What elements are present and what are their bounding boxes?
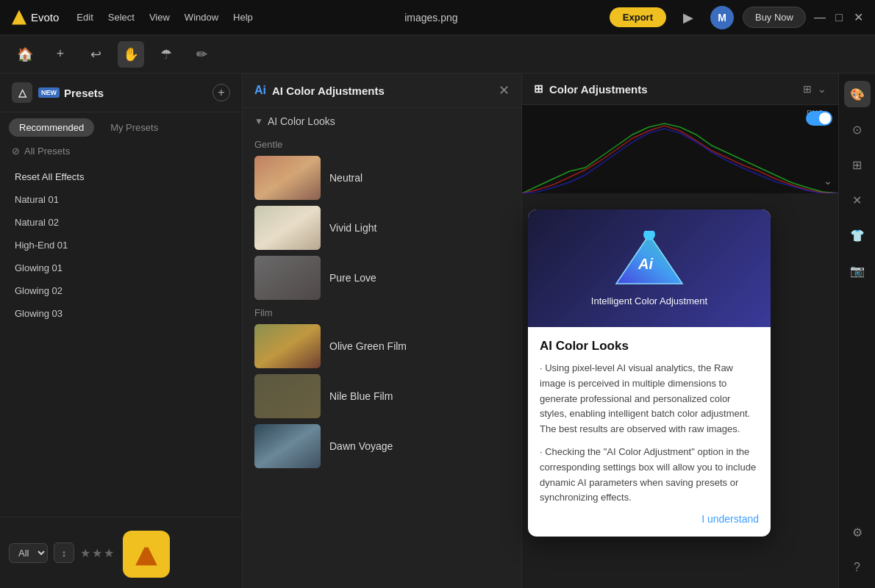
svg-point-2 <box>143 540 150 548</box>
preset-neutral[interactable]: Neutral <box>243 153 521 203</box>
export-button[interactable]: Export <box>610 7 666 27</box>
preset-thumb-purelove <box>254 256 321 300</box>
preset-item-glowing03[interactable]: Glowing 03 <box>0 302 242 325</box>
help-icon[interactable]: ? <box>844 554 871 581</box>
preset-vivid-light[interactable]: Vivid Light <box>243 203 521 253</box>
star-3[interactable]: ★ <box>104 546 114 560</box>
tooltip-body: AI Color Looks · Using pixel-level AI vi… <box>528 327 771 537</box>
star-2[interactable]: ★ <box>92 546 102 560</box>
ai-color-panel: Ai AI Color Adjustments ✕ ▼ AI Color Loo… <box>243 74 522 588</box>
share-icon[interactable]: ▶ <box>675 4 701 31</box>
sort-button[interactable]: ↕ <box>54 542 74 563</box>
section-ai-color-looks[interactable]: ▼ AI Color Looks <box>243 108 521 135</box>
filter-select[interactable]: All <box>9 543 48 563</box>
maximize-button[interactable]: □ <box>834 12 844 23</box>
close-middle-button[interactable]: ✕ <box>499 82 510 98</box>
right-panel-title: Color Adjustments <box>549 83 648 96</box>
avatar[interactable]: M <box>710 6 734 29</box>
svg-rect-7 <box>254 324 321 368</box>
add-preset-button[interactable]: + <box>213 84 230 101</box>
filter-icon: ⊘ <box>12 146 20 157</box>
preset-item-glowing01[interactable]: Glowing 01 <box>0 257 242 279</box>
thumb-svg-nileblue <box>254 374 321 418</box>
grid-icon[interactable]: ⊞ <box>844 151 871 178</box>
camera-icon[interactable]: 📷 <box>844 257 871 284</box>
preset-list: Reset All Effects Natural 01 Natural 02 … <box>0 162 242 517</box>
preset-pure-love[interactable]: Pure Love <box>243 253 521 303</box>
histogram-svg: PNG <box>522 105 838 193</box>
add-icon[interactable]: + <box>47 41 74 68</box>
right-header-title-group: ⊞ Color Adjustments <box>534 82 648 96</box>
middle-header-title-group: Ai AI Color Adjustments <box>254 84 385 97</box>
preset-thumb-nileblue <box>254 374 321 418</box>
star-1[interactable]: ★ <box>80 546 90 560</box>
tab-my-presets[interactable]: My Presets <box>100 118 168 137</box>
new-badge: NEW <box>38 87 60 98</box>
tooltip-image: Ai Intelligent Color Adjustment <box>528 209 771 327</box>
chevron-down-icon: ▼ <box>254 116 263 126</box>
main-layout: △ NEW Presets + Recommended My Presets ⊘… <box>0 74 875 588</box>
dropper-icon[interactable]: ☂ <box>153 41 179 68</box>
menu-edit[interactable]: Edit <box>76 12 93 23</box>
preset-item-natural01[interactable]: Natural 01 <box>0 188 242 211</box>
hand-icon[interactable]: ✋ <box>118 41 144 68</box>
category-film: Film <box>243 303 521 321</box>
presets-tabs: Recommended My Presets <box>0 112 242 143</box>
preset-name-dawn-voyage: Dawn Voyage <box>329 440 393 452</box>
shirt-icon[interactable]: 👕 <box>844 222 871 248</box>
thumb-svg-vivid <box>254 206 321 250</box>
right-header: ⊞ Color Adjustments ⊞ ⌄ <box>522 74 838 105</box>
understand-button[interactable]: I understand <box>540 513 759 525</box>
preset-item-highend01[interactable]: High-End 01 <box>0 234 242 257</box>
menu-select[interactable]: Select <box>108 12 135 23</box>
expand-arrow-button[interactable]: ⌄ <box>818 83 826 95</box>
cancel-icon[interactable]: ✕ <box>844 187 871 213</box>
presets-sidebar: △ NEW Presets + Recommended My Presets ⊘… <box>0 74 243 588</box>
histogram-area: PNG ⌄ <box>522 105 838 193</box>
toggle-switch[interactable] <box>806 111 832 126</box>
histogram-expand: ⌄ <box>824 174 832 187</box>
preset-olive-green[interactable]: Olive Green Film <box>243 321 521 371</box>
right-icon-strip: 🎨 ⊙ ⊞ ✕ 👕 📷 ⚙ ? <box>838 74 875 588</box>
ai-icon: Ai <box>254 84 266 97</box>
thumb-svg-purelove <box>254 256 321 300</box>
home-icon[interactable]: 🏠 <box>12 41 38 68</box>
menu-window[interactable]: Window <box>185 12 218 23</box>
tab-recommended[interactable]: Recommended <box>9 118 94 137</box>
menu-view[interactable]: View <box>149 12 170 23</box>
minimize-button[interactable]: — <box>815 12 825 23</box>
preset-dawn-voyage[interactable]: Dawn Voyage <box>243 421 521 471</box>
svg-rect-5 <box>254 206 321 250</box>
preset-item-natural02[interactable]: Natural 02 <box>0 211 242 234</box>
titlebar-right: Export ▶ M Buy Now — □ ✕ <box>610 4 863 31</box>
thumb-svg-olive <box>254 324 321 368</box>
undo-icon[interactable]: ↩ <box>82 41 109 68</box>
tooltip-paragraph-2: · Checking the "AI Color Adjustment" opt… <box>540 445 759 506</box>
preset-item-reset[interactable]: Reset All Effects <box>0 165 242 188</box>
svg-rect-9 <box>254 424 321 468</box>
buynow-button[interactable]: Buy Now <box>743 7 806 28</box>
svg-rect-6 <box>254 256 321 300</box>
preset-nile-blue[interactable]: Nile Blue Film <box>243 371 521 421</box>
preset-item-glowing02[interactable]: Glowing 02 <box>0 279 242 302</box>
layout-toggle-button[interactable]: ⊞ <box>803 83 812 95</box>
preset-thumb-vivid <box>254 206 321 250</box>
preset-thumb-olive <box>254 324 321 368</box>
sidebar-bottom: All ↕ ★ ★ ★ <box>0 517 242 588</box>
settings-icon[interactable]: ⚙ <box>844 519 871 545</box>
histogram-toggle <box>806 111 832 126</box>
histogram-expand-button[interactable]: ⌄ <box>824 175 832 187</box>
tooltip-paragraph-1: · Using pixel-level AI visual analytics,… <box>540 361 759 437</box>
menu-help[interactable]: Help <box>233 12 253 23</box>
app-logo-box <box>123 531 170 578</box>
adjustments-icon: ⊞ <box>534 82 543 96</box>
pen-icon[interactable]: ✏ <box>188 41 215 68</box>
svg-point-14 <box>643 231 655 240</box>
svg-rect-10 <box>522 105 838 193</box>
preset-scroll-area: Gentle Neutral Viv <box>243 135 521 588</box>
circle-icon[interactable]: ⊙ <box>844 116 871 143</box>
app-logo: Evoto <box>12 10 59 25</box>
color-palette-icon[interactable]: 🎨 <box>844 81 871 107</box>
titlebar: Evoto Edit Select View Window Help image… <box>0 0 875 35</box>
close-button[interactable]: ✕ <box>853 12 863 23</box>
